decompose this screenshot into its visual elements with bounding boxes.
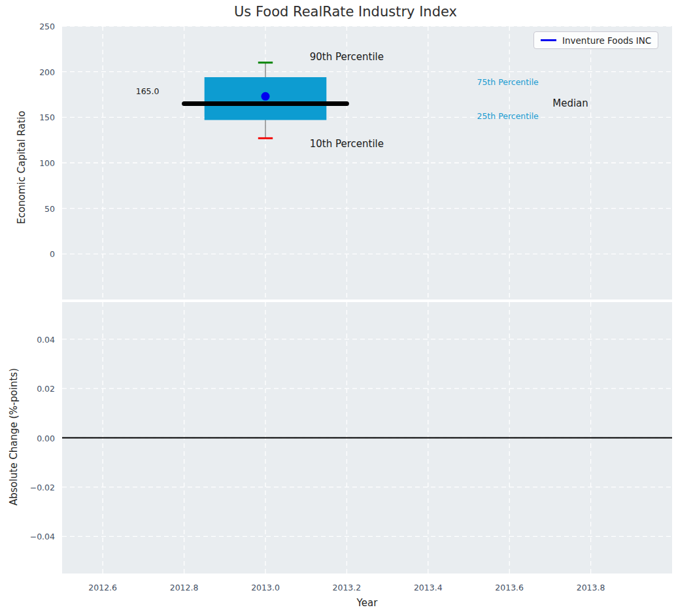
ytick-top: 50 [0, 203, 55, 213]
xtick: 2013.8 [565, 583, 617, 592]
xtick: 2013.4 [402, 583, 454, 592]
xtick: 2013.0 [239, 583, 292, 592]
ytick-bottom: 0.04 [0, 334, 55, 344]
ytick-top: 250 [0, 22, 55, 31]
legend: Inventure Foods INC [533, 31, 658, 49]
ytick-top: 200 [0, 67, 55, 77]
axes-economic-capital-ratio [62, 26, 672, 299]
figure: Us Food RealRate Industry Index Economic… [0, 0, 676, 616]
ytick-top: 150 [0, 112, 55, 122]
median-label: Median [552, 97, 588, 109]
ytick-top: 100 [0, 158, 55, 168]
ytick-bottom: −0.04 [0, 532, 55, 541]
ytick-bottom: 0.00 [0, 433, 55, 443]
chart-title: Us Food RealRate Industry Index [41, 4, 651, 20]
ytick-top: 0 [0, 249, 55, 259]
axes-absolute-change [62, 302, 672, 573]
median-value: 165.0 [136, 86, 160, 95]
p75-label: 75th Percentile [477, 77, 538, 86]
xtick: 2012.8 [158, 583, 211, 592]
ytick-bottom: −0.02 [0, 482, 55, 492]
xtick: 2013.6 [483, 583, 535, 592]
ytick-bottom: 0.02 [0, 384, 55, 394]
legend-line-icon [541, 39, 556, 41]
xtick: 2012.6 [76, 583, 129, 592]
p90-label: 90th Percentile [310, 51, 384, 63]
p10-label: 10th Percentile [310, 138, 384, 150]
xtick: 2013.2 [320, 583, 373, 592]
x-axis-label: Year [62, 597, 672, 609]
legend-label: Inventure Foods INC [562, 35, 651, 46]
p25-label: 25th Percentile [477, 111, 538, 120]
